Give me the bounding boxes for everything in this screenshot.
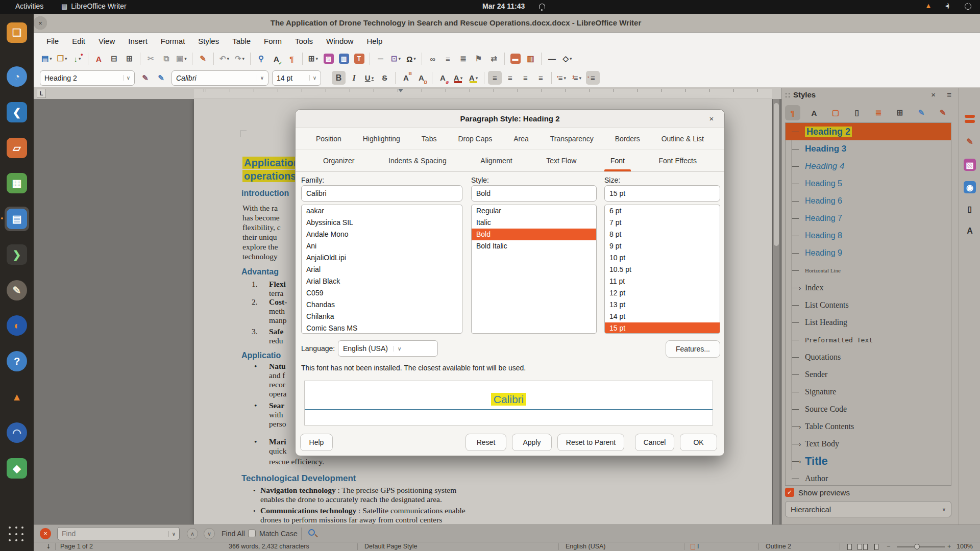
style-entry[interactable]: Horizontal Line — [786, 262, 951, 279]
multi-page-view-icon[interactable] — [857, 544, 862, 550]
zoom-in-button[interactable]: + — [947, 543, 951, 550]
scrollbar-thumb[interactable] — [774, 103, 779, 246]
family-list-item[interactable]: Andale Mono — [302, 229, 462, 240]
zoom-level[interactable]: 100% — [957, 543, 973, 550]
vertical-scrollbar[interactable] — [773, 99, 779, 524]
dropdown-arrow-icon[interactable]: ▾ — [476, 76, 478, 81]
styles-deck-icon[interactable]: ✎ — [962, 134, 977, 149]
style-entry[interactable]: ›Table Contents — [786, 418, 951, 435]
zoom-slider-knob[interactable] — [914, 544, 920, 549]
size-list-item[interactable]: 15 pt — [605, 322, 720, 334]
insert-table-icon[interactable]: ⊞▾ — [306, 52, 320, 66]
copy-icon[interactable]: ⧉ — [159, 52, 173, 66]
style-filter-combobox[interactable]: Hierarchical ∨ — [785, 501, 951, 517]
dropdown-arrow-icon[interactable]: ▾ — [65, 56, 67, 61]
list-styles-icon[interactable]: ≣ — [871, 105, 886, 120]
reset-button[interactable]: Reset — [465, 434, 506, 451]
track-changes-icon[interactable]: ▥ — [524, 52, 537, 66]
chevron-down-icon[interactable]: ∨ — [168, 531, 179, 537]
dialog-tab[interactable]: Font Effects — [657, 149, 697, 171]
dialog-tab[interactable]: Indents & Spacing — [387, 149, 448, 171]
dialog-tab[interactable]: Organizer — [322, 149, 355, 171]
menu-item[interactable]: File — [40, 35, 65, 47]
insert-field-icon[interactable]: ⊡▾ — [389, 52, 403, 66]
undo-icon[interactable]: ↶▾ — [217, 52, 231, 66]
style-entry[interactable]: Author — [786, 470, 951, 486]
volume-icon[interactable]: ◂) — [945, 2, 948, 9]
dialog-tab[interactable]: Borders — [614, 128, 641, 149]
dialog-tab[interactable]: Highlighting — [362, 128, 401, 149]
size-list-item[interactable]: 12 pt — [605, 287, 720, 299]
dropdown-arrow-icon[interactable]: ▾ — [372, 76, 374, 81]
page-break-icon[interactable]: ═ — [374, 52, 387, 66]
expander-icon[interactable]: › — [799, 440, 801, 448]
expander-icon[interactable]: › — [799, 423, 801, 431]
style-entry[interactable]: Heading 6 — [786, 192, 951, 210]
size-list-item[interactable]: 9 pt — [605, 240, 720, 252]
style-entry[interactable]: Heading 5 — [786, 175, 951, 192]
paste-icon[interactable]: ▣▾ — [175, 52, 188, 66]
chevron-down-icon[interactable]: ∨ — [942, 507, 946, 512]
style-entry[interactable]: ›Index — [786, 279, 951, 296]
menu-item[interactable]: Insert — [121, 35, 154, 47]
justify-icon[interactable]: ≡ — [534, 71, 548, 85]
navigator-deck-icon[interactable]: ◉ — [962, 180, 977, 195]
remote-app-icon[interactable]: ◠ — [5, 420, 29, 445]
dialog-tab[interactable]: Transparency — [549, 128, 595, 149]
dropdown-arrow-icon[interactable]: ▾ — [399, 56, 401, 61]
family-list-item[interactable]: Arial Black — [302, 276, 462, 287]
dialog-tab[interactable]: Font — [609, 149, 626, 171]
insert-comment-icon[interactable]: ▬ — [508, 52, 522, 66]
bold-icon[interactable]: B — [332, 71, 346, 85]
style-entry[interactable]: ›Text Body — [786, 435, 951, 453]
cross-reference-icon[interactable]: ⇄ — [487, 52, 501, 66]
style-entry[interactable]: Signature — [786, 383, 951, 400]
clear-formatting-icon[interactable]: A⌀ — [436, 71, 450, 85]
special-character-icon[interactable]: Ω▾ — [404, 52, 418, 66]
menu-item[interactable]: Tools — [288, 35, 320, 47]
insert-hyperlink-icon[interactable]: ∞ — [426, 52, 439, 66]
activities-button[interactable]: Activities — [15, 2, 43, 10]
window-title-bar[interactable]: The Application of Drone Technology in S… — [34, 14, 980, 33]
styles-list[interactable]: Heading 2Heading 3Heading 4Heading 5Head… — [785, 122, 951, 486]
size-list-item[interactable]: 6 pt — [605, 205, 720, 217]
family-list-item[interactable]: Ani — [302, 240, 462, 252]
book-view-icon[interactable] — [874, 544, 878, 550]
print-preview-icon[interactable]: ⊞ — [122, 52, 136, 66]
ok-button[interactable]: OK — [680, 434, 717, 451]
outline-level[interactable]: Outline 2 — [766, 543, 791, 550]
cancel-button[interactable]: Cancel — [635, 434, 674, 451]
menu-item[interactable]: Format — [154, 35, 192, 47]
insert-bookmark-icon[interactable]: ⚑ — [472, 52, 485, 66]
horizontal-ruler[interactable] — [194, 89, 772, 98]
new-document-icon[interactable]: ▤▾ — [40, 52, 54, 66]
family-list-item[interactable]: Comic Sans MS — [302, 322, 462, 334]
focused-app-menu[interactable]: ▤ LibreOffice Writer — [61, 2, 127, 10]
page-styles-icon[interactable]: ▯ — [849, 105, 865, 120]
dropdown-arrow-icon[interactable]: ▾ — [79, 56, 81, 61]
sidebar-menu-icon[interactable]: ≡ — [947, 90, 951, 99]
help-button[interactable]: Help — [300, 434, 333, 451]
impress-icon[interactable]: ▱ — [5, 136, 29, 160]
family-list-item[interactable]: Arial — [302, 264, 462, 276]
writer-icon[interactable]: ▤ — [5, 207, 29, 231]
page-count[interactable]: Page 1 of 2 — [60, 543, 93, 550]
calc-icon[interactable]: ▦ — [5, 171, 29, 195]
indent-marker[interactable] — [398, 89, 403, 92]
vlc-tray-icon[interactable]: ▲ — [925, 2, 932, 10]
highlight-color-icon[interactable]: A▾ — [467, 71, 480, 85]
close[interactable]: × — [34, 16, 47, 30]
export-pdf-icon[interactable]: A — [92, 52, 106, 66]
find-previous-button[interactable]: ∧ — [187, 528, 198, 539]
size-list-item[interactable]: 14 pt — [605, 311, 720, 322]
power-icon[interactable] — [965, 3, 971, 10]
dialog-tab[interactable]: Text Flow — [545, 149, 577, 171]
superscript-icon[interactable]: AB — [399, 71, 413, 85]
insert-chart-icon[interactable]: ▥ — [337, 52, 351, 66]
find-close-icon[interactable]: × — [40, 528, 51, 539]
terminal-icon[interactable]: ❯ — [5, 242, 29, 267]
menu-item[interactable]: Styles — [191, 35, 226, 47]
subscript-icon[interactable]: AB — [414, 71, 428, 85]
underline-icon[interactable]: U▾ — [362, 71, 376, 85]
dropdown-arrow-icon[interactable]: ▾ — [227, 56, 230, 61]
